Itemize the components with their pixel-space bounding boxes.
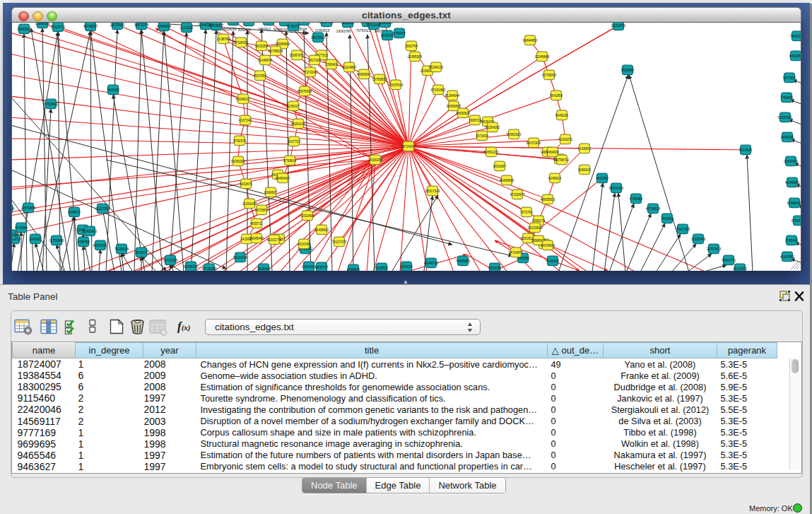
svg-text:8750047: 8750047 (393, 32, 406, 35)
svg-text:4310399: 4310399 (298, 243, 310, 246)
svg-text:7414333: 7414333 (661, 217, 673, 221)
svg-text:96572492: 96572492 (609, 187, 624, 190)
svg-text:7972761: 7972761 (520, 211, 533, 214)
svg-text:29170342: 29170342 (110, 23, 125, 27)
svg-text:4788783: 4788783 (77, 240, 90, 244)
svg-text:9792376: 9792376 (233, 139, 246, 143)
svg-text:21993518: 21993518 (315, 29, 330, 33)
svg-text:63048137: 63048137 (236, 98, 251, 101)
svg-text:1582794: 1582794 (405, 45, 418, 48)
svg-text:11253287: 11253287 (242, 202, 257, 206)
svg-text:16723268: 16723268 (163, 259, 178, 262)
svg-text:1462016: 1462016 (400, 265, 413, 269)
svg-text:87200977: 87200977 (510, 193, 525, 197)
svg-text:97528820: 97528820 (44, 103, 59, 106)
svg-text:8288072: 8288072 (68, 211, 81, 214)
svg-text:42684656: 42684656 (157, 25, 172, 28)
svg-text:56355150: 56355150 (184, 265, 199, 269)
svg-text:2122330: 2122330 (180, 26, 193, 30)
svg-text:46493665: 46493665 (500, 179, 514, 182)
svg-text:94724873: 94724873 (509, 251, 524, 255)
svg-text:40718818: 40718818 (646, 207, 661, 211)
svg-text:16438831: 16438831 (314, 228, 329, 232)
svg-text:67272042: 67272042 (303, 71, 318, 74)
svg-text:75136134: 75136134 (114, 247, 129, 251)
svg-text:8682889: 8682889 (621, 69, 634, 72)
svg-text:6780083: 6780083 (630, 197, 642, 201)
svg-text:49454437: 49454437 (276, 177, 290, 180)
svg-text:0080623: 0080623 (578, 168, 591, 172)
svg-text:18724007: 18724007 (401, 145, 416, 148)
svg-text:8452984: 8452984 (789, 54, 801, 58)
svg-text:6537056: 6537056 (254, 74, 266, 78)
svg-text:01895559: 01895559 (35, 23, 50, 25)
svg-text:39575513: 39575513 (311, 36, 326, 40)
svg-text:87161682: 87161682 (431, 88, 446, 92)
svg-text:43900847: 43900847 (357, 73, 372, 76)
svg-text:2390424: 2390424 (325, 63, 338, 66)
svg-text:22202972: 22202972 (611, 24, 626, 28)
svg-text:5815354: 5815354 (255, 45, 268, 48)
svg-text:20579868: 20579868 (21, 206, 36, 210)
svg-text:14078066: 14078066 (541, 244, 555, 247)
svg-text:50749528: 50749528 (269, 49, 283, 53)
svg-text:1695722: 1695722 (469, 119, 481, 122)
svg-text:2464008: 2464008 (546, 151, 559, 154)
svg-text:25517329: 25517329 (425, 189, 440, 193)
svg-text:1860913: 1860913 (258, 28, 271, 31)
svg-text:12154728: 12154728 (319, 23, 334, 24)
svg-text:51505561: 51505561 (778, 116, 793, 119)
svg-text:3852808: 3852808 (341, 23, 354, 25)
svg-text:8301661: 8301661 (238, 28, 251, 32)
svg-text:2332493: 2332493 (301, 214, 314, 218)
svg-text:82254282: 82254282 (486, 126, 500, 129)
svg-text:35575918: 35575918 (298, 90, 312, 93)
svg-text:74847771: 74847771 (722, 259, 736, 262)
svg-text:77617409: 77617409 (676, 228, 690, 231)
svg-text:31925449: 31925449 (691, 238, 706, 241)
svg-text:81264644: 81264644 (445, 94, 460, 98)
svg-text:18300295: 18300295 (368, 158, 383, 162)
svg-text:46347861: 46347861 (780, 255, 795, 259)
svg-text:2524273: 2524273 (135, 251, 148, 255)
svg-text:99798732: 99798732 (555, 158, 570, 162)
svg-text:3340187: 3340187 (29, 238, 42, 241)
svg-text:6245624: 6245624 (548, 177, 561, 180)
svg-text:5873557: 5873557 (255, 209, 268, 212)
svg-text:67924708: 67924708 (792, 219, 801, 223)
svg-text:0109832: 0109832 (578, 147, 591, 151)
svg-text:8838737: 8838737 (315, 266, 328, 269)
svg-text:42346853: 42346853 (785, 181, 800, 185)
svg-text:99528907: 99528907 (209, 24, 224, 28)
svg-text:40037614: 40037614 (389, 83, 404, 87)
svg-text:50961923: 50961923 (507, 133, 522, 136)
svg-text:1673420: 1673420 (476, 134, 488, 138)
svg-text:07511637: 07511637 (367, 23, 382, 27)
svg-text:49835503: 49835503 (541, 198, 555, 201)
svg-text:72203271: 72203271 (558, 138, 573, 141)
svg-text:61114893: 61114893 (342, 66, 356, 69)
svg-text:04844950: 04844950 (523, 39, 538, 42)
svg-text:4352056: 4352056 (488, 267, 501, 270)
svg-text:82450400: 82450400 (83, 230, 98, 233)
svg-text:09260309: 09260309 (231, 160, 246, 163)
svg-text:53783830: 53783830 (372, 78, 387, 81)
svg-text:85261149: 85261149 (291, 122, 306, 126)
svg-text:81131144: 81131144 (233, 256, 247, 259)
svg-text:4431982: 4431982 (596, 177, 608, 180)
svg-text:79754323: 79754323 (356, 29, 371, 33)
svg-text:5377602: 5377602 (783, 76, 796, 80)
svg-text:49340722: 49340722 (424, 262, 439, 265)
svg-text:82651233: 82651233 (484, 151, 499, 154)
svg-text:6786843: 6786843 (347, 268, 360, 271)
svg-text:30666836: 30666836 (276, 42, 290, 46)
svg-text:2817180: 2817180 (308, 59, 321, 62)
svg-text:90996030: 90996030 (273, 28, 288, 32)
svg-text:3137215: 3137215 (242, 23, 255, 23)
svg-text:15640410: 15640410 (784, 160, 799, 163)
svg-text:92083124: 92083124 (12, 233, 18, 237)
svg-text:20707413: 20707413 (707, 247, 722, 251)
svg-text:6793814: 6793814 (283, 159, 296, 163)
svg-text:36671276: 36671276 (134, 23, 149, 27)
svg-text:3735379: 3735379 (287, 25, 300, 28)
